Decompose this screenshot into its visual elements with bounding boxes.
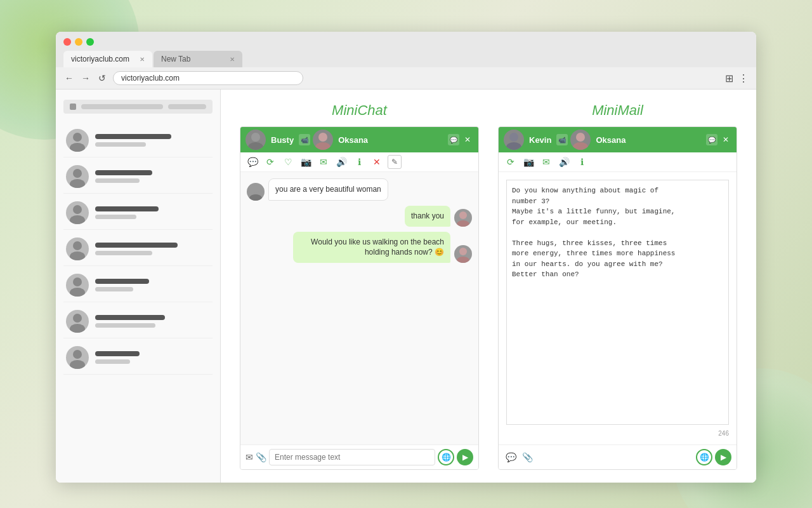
attach-clip-icon[interactable]: 📎 [256, 452, 266, 462]
list-item[interactable] [63, 269, 213, 302]
sidebar-item-text [95, 170, 152, 183]
search-square-icon [70, 104, 76, 110]
menu-icon[interactable]: ⋮ [738, 72, 749, 84]
mail-compose: 246 [499, 172, 737, 444]
svg-point-23 [457, 257, 469, 263]
svg-point-16 [318, 133, 327, 142]
sidebar-item-text [95, 134, 171, 147]
browser-content: MiniChat Busty 📹 Oksana [56, 90, 756, 483]
list-item[interactable] [63, 305, 213, 338]
minichat-panel: MiniChat Busty 📹 Oksana [240, 102, 479, 470]
svg-point-21 [457, 220, 469, 227]
avatar [66, 346, 89, 369]
traffic-lights [63, 38, 749, 46]
list-item[interactable] [63, 341, 213, 375]
close-button[interactable] [63, 38, 71, 46]
chat-video-icon[interactable]: 📹 [299, 134, 310, 145]
mail-video-icon[interactable]: 📹 [556, 134, 568, 145]
translate-button[interactable]: 🌐 [438, 449, 454, 465]
mail-toolbar-camera-icon[interactable]: 📷 [521, 155, 535, 169]
toolbar-mail-icon[interactable]: ✉ [317, 155, 331, 169]
tab-victoriya[interactable]: victoriyaclub.com ✕ [63, 51, 152, 67]
sidebar-sub-line [95, 323, 155, 328]
svg-point-7 [70, 251, 85, 260]
mail-avatar-kevin [504, 130, 524, 150]
sidebar-item-text [95, 206, 159, 219]
chat-close-button[interactable]: ✕ [462, 134, 473, 145]
svg-point-25 [506, 142, 521, 150]
forward-button[interactable]: → [80, 72, 91, 84]
toolbar-edit-icon[interactable]: ✎ [388, 155, 402, 169]
avatar [66, 310, 89, 333]
mail-toolbar-sound-icon[interactable]: 🔊 [557, 155, 571, 169]
chat-toolbar: 💬 ⟳ ♡ 📷 ✉ 🔊 ℹ ✕ ✎ [240, 152, 478, 172]
mail-bubble-icon[interactable]: 💬 [706, 134, 717, 145]
sidebar-search[interactable] [63, 100, 213, 114]
browser-titlebar: victoriyaclub.com ✕ New Tab ✕ [56, 32, 756, 67]
avatar [66, 129, 89, 152]
chat-message-input[interactable] [269, 449, 435, 465]
list-item[interactable] [63, 196, 213, 230]
toolbar-chat-icon[interactable]: 💬 [246, 155, 259, 169]
minimize-button[interactable] [75, 38, 82, 46]
message-row: Would you like us walking on the beach h… [247, 232, 472, 264]
sidebar-item-text [95, 315, 165, 328]
mail-attach-icon[interactable]: 📎 [520, 450, 534, 464]
extensions-icon[interactable]: ⊞ [725, 72, 733, 84]
svg-point-10 [73, 314, 82, 323]
mail-compose-textarea[interactable] [506, 180, 729, 425]
toolbar-info-icon[interactable]: ℹ [352, 155, 366, 169]
mail-window: Kevin 📹 Oksana 💬 ✕ [498, 126, 737, 470]
mail-translate-button[interactable]: 🌐 [696, 449, 712, 465]
svg-point-26 [576, 133, 585, 142]
mail-close-button[interactable]: ✕ [720, 134, 731, 145]
mail-char-count: 246 [506, 430, 729, 437]
back-button[interactable]: ← [63, 72, 75, 84]
sidebar-name-line [95, 134, 171, 139]
chat-window: Busty 📹 Oksana 💬 ✕ [240, 126, 479, 470]
svg-point-22 [459, 248, 467, 255]
panels-row: MiniChat Busty 📹 Oksana [240, 102, 737, 470]
tab-close-icon[interactable]: ✕ [140, 56, 145, 63]
svg-point-18 [252, 185, 259, 193]
tab-new[interactable]: New Tab ✕ [154, 51, 242, 67]
maximize-button[interactable] [86, 38, 94, 46]
browser-menu-icons: ⊞ ⋮ [725, 72, 749, 84]
tab-new-label: New Tab [161, 55, 190, 64]
sidebar-name-line [95, 243, 178, 248]
mail-compose-icon[interactable]: 💬 [504, 450, 518, 464]
message-bubble: thank you [405, 206, 450, 227]
sidebar [56, 90, 221, 483]
toolbar-camera-icon[interactable]: 📷 [299, 155, 313, 169]
toolbar-refresh-icon[interactable]: ⟳ [263, 155, 277, 169]
search-bar-short [168, 104, 206, 109]
chat-header-icons: 💬 ✕ [448, 134, 473, 145]
toolbar-block-icon[interactable]: ✕ [370, 155, 384, 169]
sidebar-name-line [95, 351, 140, 356]
mail-header-icons: 💬 ✕ [706, 134, 731, 145]
address-bar[interactable]: victoriyaclub.com [113, 71, 303, 85]
list-item[interactable] [63, 124, 213, 157]
tab-new-close-icon[interactable]: ✕ [230, 56, 235, 63]
mail-send-button[interactable]: ▶ [715, 449, 731, 465]
sidebar-sub-line [95, 287, 133, 291]
toolbar-heart-icon[interactable]: ♡ [281, 155, 295, 169]
attach-mail-icon[interactable]: ✉ [246, 452, 253, 462]
mail-toolbar-refresh-icon[interactable]: ⟳ [504, 155, 518, 169]
sidebar-name-line [95, 279, 149, 284]
reload-button[interactable]: ↺ [96, 72, 108, 84]
msg-avatar-right2 [454, 245, 472, 263]
list-item[interactable] [63, 232, 213, 266]
mail-toolbar-info-icon[interactable]: ℹ [575, 155, 589, 169]
toolbar-sound-icon[interactable]: 🔊 [334, 155, 348, 169]
svg-point-20 [459, 211, 467, 219]
send-button[interactable]: ▶ [457, 449, 473, 465]
chat-input-row: ✉ 📎 🌐 ▶ [240, 444, 478, 469]
list-item[interactable] [63, 160, 213, 194]
chat-header: Busty 📹 Oksana 💬 ✕ [240, 127, 478, 152]
minichat-title: MiniChat [240, 102, 479, 119]
mail-input-row: 💬 📎 🌐 ▶ [499, 444, 737, 469]
mail-avatar-oksana [570, 130, 591, 150]
mail-toolbar-envelope-icon[interactable]: ✉ [539, 155, 553, 169]
chat-bubble-icon[interactable]: 💬 [448, 134, 459, 145]
